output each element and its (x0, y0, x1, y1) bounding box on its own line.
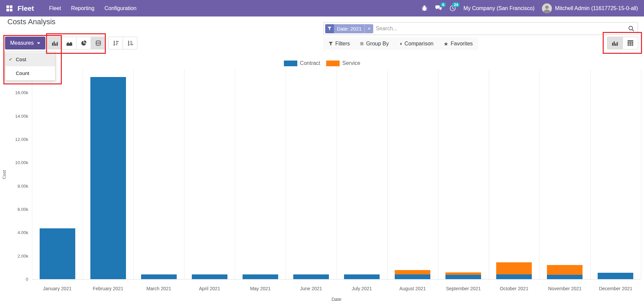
x-axis-title: Date (32, 297, 641, 301)
pivot-view-button[interactable] (622, 37, 638, 49)
x-tick-label: May 2021 (235, 286, 286, 291)
bar-contract[interactable] (344, 274, 380, 279)
y-tick-label: 14.00k (0, 114, 28, 119)
favorites-star-icon: ★ (443, 41, 448, 47)
bar-service[interactable] (395, 270, 430, 274)
menu-reporting[interactable]: Reporting (66, 0, 99, 16)
chart-legend: ContractService (0, 60, 644, 66)
pie-chart-button[interactable] (76, 37, 91, 49)
x-tick-label: January 2021 (32, 286, 83, 291)
x-tick-label: December 2021 (590, 286, 641, 291)
measures-dropdown: ✓ Cost Count (5, 51, 55, 81)
sort-descending-button[interactable] (108, 37, 123, 49)
gridline (540, 70, 540, 279)
search-facet: Date: 2021 × (325, 24, 373, 33)
page-title: Costs Analysis (7, 17, 55, 26)
stacked-toggle-button[interactable] (91, 37, 105, 49)
menu-configuration[interactable]: Configuration (99, 0, 141, 16)
comparison-icon: ◑ (399, 41, 402, 47)
graph-view-button[interactable] (607, 37, 623, 49)
legend-label: Contract (300, 60, 320, 66)
filter-funnel-icon (329, 42, 333, 46)
x-tick-label: February 2021 (83, 286, 133, 291)
comparison-label: Comparison (404, 41, 433, 47)
x-tick-label: March 2021 (133, 286, 184, 291)
filters-label: Filters (335, 41, 350, 47)
bar-contract[interactable] (243, 274, 278, 279)
app-brand[interactable]: Fleet (17, 4, 34, 12)
x-tick-label: July 2021 (337, 286, 387, 291)
bar-contract[interactable] (293, 274, 329, 279)
bar-contract[interactable] (192, 274, 227, 279)
user-name: Mitchell Admin (11617725-15-0-all) (555, 5, 638, 11)
main-menu: Fleet Reporting Configuration (44, 0, 141, 16)
bar-contract[interactable] (445, 275, 481, 279)
activities-badge: 24 (452, 2, 460, 7)
gridline (184, 70, 184, 279)
bar-contract[interactable] (141, 274, 177, 279)
bar-service[interactable] (496, 262, 532, 274)
messages-icon[interactable]: 6 (435, 5, 442, 11)
bar-contract[interactable] (395, 274, 430, 279)
x-tick-label: August 2021 (387, 286, 438, 291)
apps-grid-icon[interactable] (6, 5, 13, 12)
y-tick-label: 6.00k (0, 207, 28, 212)
bar-contract[interactable] (40, 228, 75, 279)
measures-button[interactable]: Measures (5, 37, 45, 49)
search-magnifier-icon[interactable] (628, 26, 634, 32)
user-avatar (542, 3, 552, 13)
top-navbar: Fleet Fleet Reporting Configuration (0, 0, 644, 16)
bar-service[interactable] (445, 272, 481, 275)
gridline (32, 70, 32, 279)
gridline (438, 70, 438, 279)
systray: 6 24 My Company (San Francisco) Mitchell… (421, 3, 638, 13)
activities-clock-icon[interactable]: 24 (449, 5, 456, 11)
user-menu[interactable]: Mitchell Admin (11617725-15-0-all) (542, 3, 638, 13)
funnel-icon (325, 24, 334, 33)
y-tick-label: 8.00k (0, 184, 28, 189)
chart-type-switcher (47, 37, 105, 49)
y-tick-label: 12.00k (0, 137, 28, 142)
nav-left: Fleet Fleet Reporting Configuration (6, 0, 141, 16)
comparison-button[interactable]: ◑ Comparison (399, 41, 433, 47)
y-tick-label: 16.00k (0, 90, 28, 95)
legend-item-service[interactable]: Service (326, 60, 360, 66)
gridline (83, 70, 83, 279)
gridline (337, 70, 337, 279)
bar-service[interactable] (547, 265, 583, 275)
group-by-button[interactable]: ≡ Group By (360, 40, 389, 47)
menu-fleet[interactable]: Fleet (44, 0, 66, 16)
chart-area: Cost Date 02.00k4.00k6.00k8.00k10.00k12.… (0, 67, 644, 301)
group-by-icon: ≡ (360, 40, 364, 47)
bar-chart-button[interactable] (47, 37, 62, 49)
bar-contract[interactable] (90, 77, 126, 279)
gridline (286, 70, 286, 279)
search-input[interactable] (376, 26, 628, 32)
gridline (387, 70, 388, 279)
debug-bug-icon[interactable] (421, 5, 428, 11)
filters-button[interactable]: Filters (329, 41, 350, 47)
y-tick-label: 10.00k (0, 160, 28, 165)
x-tick-label: April 2021 (184, 286, 235, 291)
bar-contract[interactable] (598, 273, 633, 279)
facet-remove-icon[interactable]: × (364, 24, 373, 33)
legend-item-contract[interactable]: Contract (284, 60, 320, 66)
fleet-app: Fleet Fleet Reporting Configuration (0, 0, 644, 301)
measure-cost-label: Cost (16, 57, 26, 62)
legend-label: Service (342, 60, 360, 66)
favorites-button[interactable]: ★ Favorites (443, 41, 473, 47)
check-icon: ✓ (9, 57, 12, 62)
measures-label: Measures (10, 40, 34, 46)
bar-contract[interactable] (496, 274, 532, 279)
search-bar[interactable]: Date: 2021 × (323, 22, 638, 35)
line-area-chart-button[interactable] (62, 37, 77, 49)
sort-ascending-button[interactable] (123, 37, 137, 49)
legend-swatch (284, 61, 297, 66)
bar-contract[interactable] (547, 275, 583, 279)
x-tick-label: June 2021 (286, 286, 336, 291)
measure-option-cost[interactable]: ✓ Cost (5, 52, 55, 66)
measure-option-count[interactable]: Count (5, 66, 55, 80)
company-switcher[interactable]: My Company (San Francisco) (463, 5, 534, 11)
facet-label: Date: 2021 (334, 24, 364, 33)
sort-switcher (108, 37, 137, 49)
